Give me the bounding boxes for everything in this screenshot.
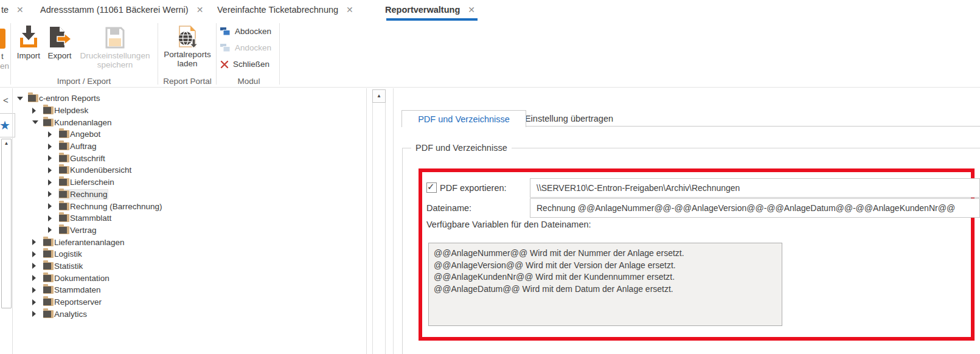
tree-item[interactable]: Stammdaten — [13, 284, 365, 296]
scroll-up-icon[interactable]: ▲ — [2, 139, 11, 148]
expanded-arrow-icon[interactable] — [32, 120, 38, 124]
close-icon[interactable]: ✕ — [196, 5, 204, 14]
collapsed-arrow-icon[interactable] — [48, 215, 54, 221]
close-module-button[interactable]: Schließen — [220, 60, 269, 69]
folder-icon — [28, 94, 38, 102]
dock-button[interactable]: Andocken — [220, 43, 271, 52]
tree-label: c-entron Reports — [39, 94, 100, 103]
close-module-icon — [220, 60, 229, 69]
tree-item[interactable]: Helpdesk — [13, 105, 365, 117]
ribbon-separator — [10, 23, 11, 85]
collapsed-arrow-icon[interactable] — [48, 203, 54, 209]
collapsed-arrow-icon[interactable] — [48, 191, 54, 197]
variable-line: @@AnlageDatum@@ Wird mit dem Datum der A… — [434, 283, 782, 296]
window-tab-label: te — [1, 5, 9, 15]
tree-item[interactable]: Gutschrift — [13, 152, 365, 164]
variables-label: Verfügbare Variablen für den Dateinamen: — [426, 220, 591, 229]
close-icon[interactable]: ✕ — [468, 5, 475, 14]
collapsed-arrow-icon[interactable] — [48, 155, 54, 161]
pdf-export-path-input[interactable] — [530, 178, 980, 198]
portal-reports-label: Portalreports — [161, 50, 214, 59]
collapsed-arrow-icon[interactable] — [32, 263, 38, 269]
folder-icon — [59, 142, 69, 150]
tree-item[interactable]: Kundenanlagen — [13, 116, 365, 128]
import-icon — [18, 26, 40, 50]
tree-label: Statistik — [54, 262, 83, 271]
tree-item[interactable]: Stammblatt — [13, 212, 365, 224]
collapsed-arrow-icon[interactable] — [32, 239, 38, 245]
collapsed-arrow-icon[interactable] — [48, 167, 54, 173]
tree-label: Logistik — [54, 249, 82, 259]
collapse-panel-icon[interactable]: < — [3, 95, 9, 105]
tree-label: Kundenübersicht — [70, 165, 131, 175]
collapsed-arrow-icon[interactable] — [32, 299, 38, 305]
window-tab-label: Adressstamm (11061 Bäckerei Werni) — [40, 5, 189, 15]
variables-info-box: @@AnlageNummer@@ Wird mit der Nummer der… — [428, 243, 782, 326]
tab-einstellung-uebertragen[interactable]: Einstellung übertragen — [525, 111, 613, 126]
tree-item[interactable]: Reportserver — [13, 296, 365, 308]
variable-line: @@AnlageVersion@@ Wird mit der Version d… — [434, 260, 782, 272]
collapsed-arrow-icon[interactable] — [32, 311, 38, 317]
folder-icon — [43, 119, 54, 127]
close-icon[interactable]: ✕ — [16, 5, 24, 14]
window-tab-ticketabrechnung[interactable]: Vereinfachte Ticketabrechnung ✕ — [217, 0, 353, 19]
tree-item[interactable]: Analytics — [13, 308, 365, 320]
collapsed-arrow-icon[interactable] — [48, 144, 54, 150]
tree-item[interactable]: Lieferschein — [13, 176, 365, 189]
folder-icon — [43, 298, 54, 306]
expanded-arrow-icon[interactable] — [17, 97, 23, 100]
rail-scrollbar[interactable]: ▲ — [1, 139, 12, 308]
clipped-label: t — [1, 52, 4, 61]
export-label: Export — [44, 51, 75, 60]
collapsed-arrow-icon[interactable] — [48, 179, 54, 186]
window-tab-adressstamm[interactable]: Adressstamm (11061 Bäckerei Werni) ✕ — [40, 0, 203, 19]
tree-label: Vertrag — [70, 226, 97, 235]
filename-input[interactable] — [530, 198, 980, 218]
tree-item[interactable]: Kundenübersicht — [13, 164, 365, 176]
pdf-export-checkbox[interactable] — [426, 182, 437, 193]
tree-item[interactable]: Statistik — [13, 260, 365, 272]
close-icon[interactable]: ✕ — [346, 5, 353, 14]
tree-item[interactable]: Lieferantenanlagen — [13, 236, 365, 248]
collapsed-arrow-icon[interactable] — [32, 251, 38, 257]
tree-item[interactable]: Auftrag — [13, 141, 365, 153]
groupbox-title: PDF und Verzeichnisse — [411, 143, 512, 153]
scroll-up-button[interactable]: ▲ — [372, 89, 386, 103]
collapsed-arrow-icon[interactable] — [32, 275, 38, 281]
undock-button[interactable]: Abdocken — [220, 27, 271, 36]
collapsed-arrow-icon[interactable] — [32, 108, 38, 114]
collapsed-arrow-icon[interactable] — [48, 131, 54, 137]
portal-reports-button[interactable]: Portalreports laden — [161, 21, 214, 85]
tree-label: Reportserver — [54, 297, 102, 307]
folder-icon — [59, 203, 69, 210]
tree-label: Gutschrift — [70, 154, 105, 163]
tree-scrollbar[interactable]: ▲ — [372, 90, 386, 354]
collapsed-arrow-icon[interactable] — [32, 287, 38, 293]
tree-item[interactable]: Vertrag — [13, 224, 365, 237]
tab-label: Einstellung übertragen — [525, 114, 613, 123]
tree-item[interactable]: Logistik — [13, 248, 365, 260]
folder-icon — [43, 286, 54, 294]
folder-icon — [59, 130, 69, 138]
variable-line: @@AnlageNummer@@ Wird mit der Nummer der… — [434, 248, 782, 260]
group-label-import-export: Import / Export — [57, 77, 111, 86]
window-tab-reportverwaltung[interactable]: Reportverwaltung ✕ — [385, 0, 475, 19]
export-button[interactable]: Export — [44, 21, 75, 85]
group-label-modul: Modul — [238, 77, 260, 86]
star-icon: ★ — [0, 118, 10, 133]
tree-label: Analytics — [54, 310, 87, 319]
import-button[interactable]: Import — [13, 21, 44, 85]
tree-item[interactable]: Angebot — [13, 128, 365, 141]
tree-item-selected[interactable]: Rechnung — [13, 189, 365, 201]
pdf-export-label: PDF exportieren: — [440, 183, 507, 193]
dock-label: Andocken — [235, 43, 271, 52]
tree-label: Lieferschein — [70, 178, 114, 187]
tree-item[interactable]: Rechnung (Barrechnung) — [13, 200, 365, 212]
print-settings-save-button[interactable]: Druckeinstellungen speichern — [75, 21, 155, 85]
window-tab-partial[interactable]: te ✕ — [1, 0, 24, 19]
tree-item[interactable]: Dokumentation — [13, 272, 365, 284]
tree-item[interactable]: c-entron Reports — [13, 92, 365, 105]
collapsed-arrow-icon[interactable] — [48, 227, 54, 233]
undock-label: Abdocken — [235, 27, 271, 36]
tab-pdf-und-verzeichnisse[interactable]: PDF und Verzeichnisse — [401, 110, 526, 127]
